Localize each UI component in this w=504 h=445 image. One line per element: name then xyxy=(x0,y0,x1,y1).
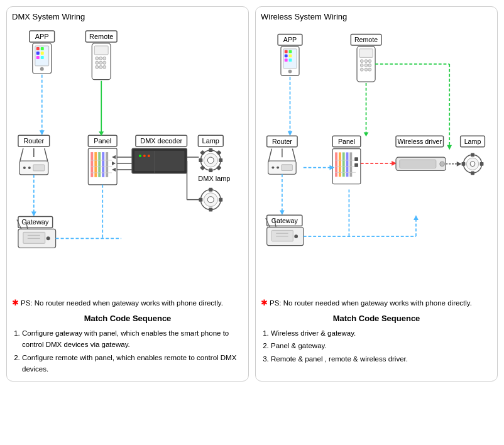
svg-text:DMX decoder: DMX decoder xyxy=(140,137,182,145)
svg-point-20 xyxy=(103,61,106,64)
svg-marker-135 xyxy=(280,210,285,215)
svg-point-77 xyxy=(200,150,221,170)
svg-rect-138 xyxy=(267,228,304,246)
wireless-ps-text: PS: No router needed when gateway works … xyxy=(270,298,472,309)
svg-rect-49 xyxy=(88,148,117,185)
svg-rect-53 xyxy=(102,152,104,177)
svg-rect-26 xyxy=(18,135,50,146)
svg-text:Panel: Panel xyxy=(94,137,111,145)
svg-rect-176 xyxy=(471,171,474,175)
svg-rect-54 xyxy=(106,152,108,177)
svg-rect-154 xyxy=(342,152,345,177)
svg-marker-172 xyxy=(457,162,462,167)
svg-text:◀: ◀ xyxy=(112,167,116,172)
svg-rect-3 xyxy=(35,46,49,66)
svg-point-33 xyxy=(28,167,31,169)
svg-text:Remote: Remote xyxy=(89,33,113,40)
svg-point-118 xyxy=(364,64,368,67)
svg-rect-81 xyxy=(199,158,202,162)
svg-line-40 xyxy=(17,219,21,229)
wireless-seq-item-3: Remote & panel , remote & wireless drive… xyxy=(271,353,492,365)
svg-point-116 xyxy=(368,60,371,63)
svg-rect-83 xyxy=(200,150,205,155)
svg-point-23 xyxy=(103,65,106,69)
svg-rect-5 xyxy=(36,47,40,50)
svg-point-69 xyxy=(143,155,146,157)
svg-point-120 xyxy=(360,68,363,71)
svg-rect-169 xyxy=(461,136,485,146)
svg-text:Lamp: Lamp xyxy=(464,138,481,145)
svg-rect-31 xyxy=(19,161,48,175)
svg-line-129 xyxy=(292,149,295,161)
svg-rect-52 xyxy=(98,152,101,177)
svg-point-91 xyxy=(204,193,217,207)
dmx-match-title: Match Code Sequence xyxy=(12,312,243,325)
wireless-diagram: APP Remote xyxy=(261,25,492,295)
svg-text:APP: APP xyxy=(35,33,49,40)
svg-point-32 xyxy=(23,167,26,169)
svg-rect-175 xyxy=(471,153,474,157)
svg-rect-155 xyxy=(346,152,349,177)
svg-text:Router: Router xyxy=(23,137,44,145)
wireless-seq-list: Wireless driver & gateway. Panel & gatew… xyxy=(261,327,492,365)
svg-rect-9 xyxy=(36,56,40,59)
svg-point-131 xyxy=(271,167,274,169)
svg-rect-156 xyxy=(349,152,352,177)
svg-marker-62 xyxy=(99,131,104,136)
svg-rect-0 xyxy=(30,31,55,42)
svg-rect-47 xyxy=(88,135,117,146)
svg-rect-177 xyxy=(462,162,466,166)
svg-rect-64 xyxy=(136,135,187,146)
svg-rect-86 xyxy=(216,165,221,170)
svg-line-30 xyxy=(45,148,48,161)
svg-point-45 xyxy=(47,236,50,240)
dmx-ps-star: ✱ xyxy=(12,298,19,309)
svg-rect-85 xyxy=(200,165,205,170)
svg-marker-25 xyxy=(40,130,45,135)
svg-point-119 xyxy=(368,64,371,67)
dmx-title: DMX System Wiring xyxy=(12,12,243,21)
svg-rect-112 xyxy=(357,47,375,82)
svg-point-70 xyxy=(148,155,150,157)
svg-rect-133 xyxy=(282,165,292,171)
svg-marker-182 xyxy=(447,145,452,150)
svg-rect-51 xyxy=(94,152,97,177)
dmx-seq-item-1: Configure gateway with panel, which enab… xyxy=(22,327,243,351)
svg-point-132 xyxy=(277,167,279,169)
svg-rect-105 xyxy=(289,50,292,53)
svg-point-117 xyxy=(360,64,363,67)
svg-rect-178 xyxy=(480,162,484,166)
svg-point-174 xyxy=(466,158,478,170)
svg-point-4 xyxy=(40,67,44,71)
wireless-bottom-text: ✱ PS: No router needed when gateway work… xyxy=(261,298,492,365)
wireless-panel: Wireless System Wiring APP Remote xyxy=(255,6,498,382)
svg-line-28 xyxy=(20,148,23,161)
svg-rect-101 xyxy=(281,47,299,75)
svg-point-87 xyxy=(207,157,214,163)
svg-text:APP: APP xyxy=(283,36,297,43)
svg-rect-7 xyxy=(36,52,40,55)
svg-line-41 xyxy=(26,219,28,229)
svg-point-22 xyxy=(99,65,102,69)
svg-point-168 xyxy=(440,162,445,167)
dmx-bottom-text: ✱ PS: No router needed when gateway work… xyxy=(12,298,243,375)
dmx-panel: DMX System Wiring APP Remote xyxy=(6,6,249,382)
svg-rect-108 xyxy=(285,58,288,62)
svg-rect-6 xyxy=(41,47,44,50)
wireless-seq-item-2: Panel & gateway. xyxy=(271,340,492,351)
svg-text:Router: Router xyxy=(272,138,292,145)
svg-rect-82 xyxy=(219,158,222,162)
dmx-seq-item-2: Configure remote with panel, which enabl… xyxy=(22,352,243,375)
svg-text:Gateway: Gateway xyxy=(21,218,49,226)
svg-point-144 xyxy=(294,234,298,238)
svg-text:Gateway: Gateway xyxy=(271,217,299,224)
svg-rect-42 xyxy=(23,232,45,243)
svg-rect-107 xyxy=(289,54,292,57)
wireless-seq-item-1: Wireless driver & gateway. xyxy=(271,327,492,339)
svg-point-18 xyxy=(96,61,99,64)
svg-rect-37 xyxy=(18,217,53,228)
svg-rect-149 xyxy=(332,136,361,146)
svg-text:◀: ◀ xyxy=(112,154,116,160)
svg-rect-110 xyxy=(351,35,381,45)
svg-rect-151 xyxy=(332,149,361,184)
